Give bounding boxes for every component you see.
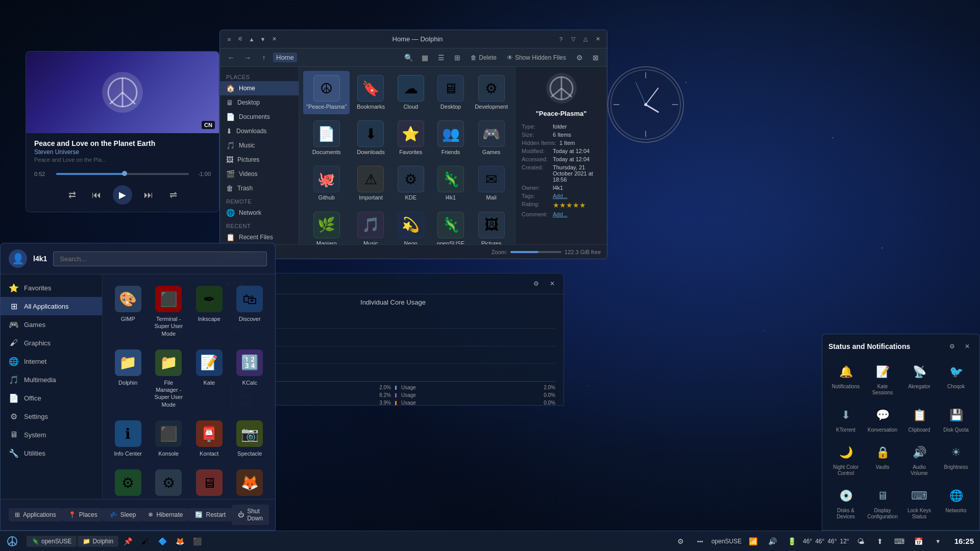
sidebar-item-pictures[interactable]: 🖼 Pictures — [220, 153, 299, 167]
taskbar-settings-icon[interactable]: ⚙ — [673, 533, 689, 549]
status-icon-item-akregator[interactable]: 📡 Akregator — [902, 359, 937, 400]
footer-btn-places[interactable]: 📍 Places — [62, 508, 104, 521]
window-menu-icon[interactable]: ≡ — [224, 34, 234, 44]
footer-btn-shut-down[interactable]: ⏻ Shut Down — [232, 505, 269, 525]
sidebar-item-favorites[interactable]: ⭐ Favorites — [1, 279, 102, 297]
taskbar-app-launcher-button[interactable] — [4, 533, 20, 549]
taskbar-volume-tray-icon[interactable]: 🔊 — [764, 533, 780, 549]
preview-rating-stars[interactable]: ★★★★★ — [553, 201, 586, 209]
app-item-firefox[interactable]: 🦊 Firefox — [231, 464, 270, 499]
up-button[interactable]: ↑ — [257, 51, 271, 65]
app-item-kontact[interactable]: 📮 Kontact — [190, 415, 229, 462]
previous-button[interactable]: ⏮ — [88, 187, 105, 203]
app-item-virtual-machine-manager[interactable]: 🖥 Virtual Machine Manager — [190, 464, 229, 499]
status-icon-item-notifications[interactable]: 🔔 Notifications — [828, 359, 863, 400]
status-icon-item-choqok[interactable]: 🐦 Choqok — [939, 359, 973, 400]
preview-comment-add[interactable]: Add... — [553, 211, 568, 217]
window-down-icon[interactable]: ▼ — [258, 34, 268, 44]
window-split-icon[interactable]: ⚟ — [235, 34, 246, 44]
forward-button[interactable]: → — [240, 51, 255, 65]
app-item-konsole[interactable]: ⬛ Konsole — [150, 415, 188, 462]
taskbar-icon-2[interactable]: 🖌 — [137, 533, 153, 549]
app-item-kate[interactable]: 📝 Kate — [190, 344, 229, 413]
file-item-mail[interactable]: ✉ Mail — [472, 162, 511, 205]
status-icon-item-brightness[interactable]: ☀ Brightness — [939, 439, 973, 481]
taskbar-dolphin-app[interactable]: 📁 Dolphin — [78, 536, 118, 547]
progress-track[interactable] — [56, 173, 189, 175]
app-item-kcalc[interactable]: 🔢 KCalc — [231, 344, 270, 413]
file-item-documents[interactable]: 📄 Documents — [303, 116, 350, 160]
window-collapse-icon[interactable]: ✕ — [269, 34, 279, 44]
taskbar-battery-tray-icon[interactable]: 🔋 — [783, 533, 800, 549]
repeat-button[interactable]: ⇌ — [165, 187, 181, 203]
file-item-kde[interactable]: ⚙ KDE — [392, 162, 430, 205]
app-item-file-manager---super-user-mode[interactable]: 📁 File Manager - Super User Mode — [150, 344, 188, 413]
status-icon-item-ktorrent[interactable]: ⬇ KTorrent — [828, 402, 863, 437]
show-hidden-button[interactable]: 👁 Show Hidden Files — [503, 53, 570, 63]
status-icon-item-konversation[interactable]: 💬 Konversation — [865, 402, 900, 437]
sidebar-item-utilities[interactable]: 🔧 Utilities — [1, 444, 102, 462]
monitor-collapse-icon[interactable]: ✕ — [545, 277, 559, 291]
sidebar-item-desktop[interactable]: 🖥 Desktop — [220, 95, 299, 110]
file-item-games[interactable]: 🎮 Games — [472, 116, 511, 160]
taskbar-down-arrow-icon[interactable]: ▼ — [930, 533, 946, 549]
dolphin-minimize-button[interactable]: ▽ — [568, 34, 578, 44]
sidebar-item-home[interactable]: 🏠 Home — [220, 81, 299, 95]
view-compact-button[interactable]: ⊞ — [450, 51, 464, 65]
search-button[interactable]: 🔍 — [401, 51, 415, 65]
zoom-control[interactable]: Zoom: 122.3 GiB free — [492, 249, 601, 255]
sidebar-item-documents[interactable]: 📄 Documents — [220, 110, 299, 124]
taskbar-cloud-icon[interactable]: 🌤 — [852, 533, 869, 549]
zoom-slider[interactable] — [510, 251, 561, 253]
taskbar-calendar-icon[interactable]: 📅 — [911, 533, 927, 549]
file-item-downloads[interactable]: ⬇ Downloads — [352, 116, 389, 160]
view-list-button[interactable]: ☰ — [434, 51, 448, 65]
file-item-bookmarks[interactable]: 🔖 Bookmarks — [352, 71, 389, 114]
dolphin-close-button[interactable]: ✕ — [593, 34, 603, 44]
app-item-gimp[interactable]: 🎨 GIMP — [109, 281, 148, 342]
shuffle-button[interactable]: ⇄ — [64, 187, 80, 203]
status-icon-item-clipboard[interactable]: 📋 Clipboard — [902, 402, 937, 437]
adjust-icon[interactable]: ⚙ — [572, 51, 586, 65]
file-item-github[interactable]: 🐙 Github — [303, 162, 350, 205]
sidebar-item-settings[interactable]: ⚙ Settings — [1, 407, 102, 425]
status-icon-item-lock-keys-status[interactable]: ⌨ Lock Keys Status — [902, 483, 937, 524]
app-item-spectacle[interactable]: 📷 Spectacle — [231, 415, 270, 462]
view-icons-button[interactable]: ▦ — [418, 51, 432, 65]
sidebar-item-network[interactable]: 🌐 Network — [220, 206, 299, 220]
status-close-button[interactable]: ✕ — [961, 340, 973, 353]
status-icon-item-kate-sessions[interactable]: 📝 Kate Sessions — [865, 359, 900, 400]
status-icon-item-vaults[interactable]: 🔒 Vaults — [865, 439, 900, 481]
taskbar-icon-3[interactable]: 🔷 — [154, 533, 170, 549]
app-item-inkscape[interactable]: ✒ Inkscape — [190, 281, 229, 342]
file-item-opensuse[interactable]: 🦎 openSUSE — [432, 208, 470, 244]
app-item-terminal---super-user-mode[interactable]: ⬛ Terminal - Super User Mode — [150, 281, 188, 342]
status-icon-item-networks[interactable]: 🌐 Networks — [939, 483, 973, 524]
next-button[interactable]: ⏭ — [140, 187, 157, 203]
split-icon[interactable]: ⊠ — [589, 51, 603, 65]
app-item-system-settings[interactable]: ⚙ System Settings — [150, 464, 188, 499]
status-icon-item-night-color-control[interactable]: 🌙 Night Color Control — [828, 439, 863, 481]
launcher-search-input[interactable] — [53, 252, 267, 266]
footer-btn-applications[interactable]: ⊞ Applications — [9, 508, 62, 521]
footer-btn-sleep[interactable]: 💤 Sleep — [104, 508, 142, 521]
sidebar-item-videos[interactable]: 🎬 Videos — [220, 167, 299, 181]
sidebar-item-trash[interactable]: 🗑 Trash — [220, 181, 299, 195]
delete-button[interactable]: 🗑 Delete — [467, 53, 501, 63]
status-icon-item-disks-&-devices[interactable]: 💿 Disks & Devices — [828, 483, 863, 524]
app-item-discover[interactable]: 🛍 Discover — [231, 281, 270, 342]
status-icon-item-display-configuration[interactable]: 🖥 Display Configuration — [865, 483, 900, 524]
app-item-dolphin[interactable]: 📁 Dolphin — [109, 344, 148, 413]
taskbar-icon-5[interactable]: ⬛ — [189, 533, 205, 549]
file-item-cloud[interactable]: ☁ Cloud — [392, 71, 430, 114]
sidebar-item-music[interactable]: 🎵 Music — [220, 138, 299, 153]
file-item-pictures[interactable]: 🖼 Pictures — [472, 208, 511, 244]
footer-btn-restart[interactable]: 🔄 Restart — [189, 508, 232, 521]
taskbar-keyboard-icon[interactable]: ⌨ — [891, 533, 908, 549]
back-button[interactable]: ← — [224, 51, 238, 65]
monitor-settings-icon[interactable]: ⚙ — [529, 277, 543, 291]
sidebar-item-system[interactable]: 🖥 System — [1, 425, 102, 444]
dolphin-help-button[interactable]: ? — [556, 34, 566, 44]
preview-tags-add[interactable]: Add... — [553, 193, 568, 199]
status-icon-item-audio-volume[interactable]: 🔊 Audio Volume — [902, 439, 937, 481]
